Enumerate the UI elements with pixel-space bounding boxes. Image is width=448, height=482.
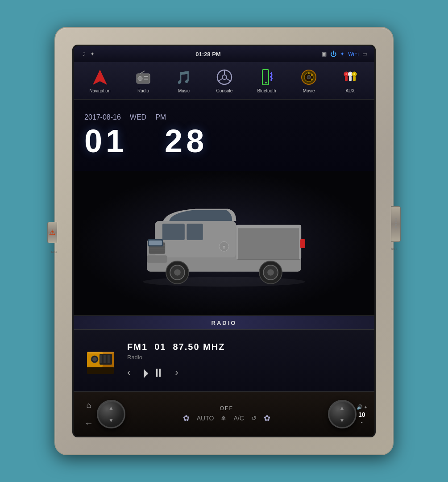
svg-point-20: [345, 73, 347, 75]
movie-label: Movie: [303, 88, 315, 93]
car-image-section: T: [74, 171, 374, 316]
defrost-icon: ❄: [221, 415, 226, 422]
music-note-icon: 🎵: [176, 70, 191, 85]
prev-button[interactable]: ‹: [127, 367, 130, 378]
radio-header: RADIO: [74, 316, 374, 330]
svg-rect-4: [144, 79, 148, 80]
movie-disc-icon: [300, 69, 317, 86]
nav-app-item[interactable]: Navigation: [86, 66, 114, 95]
svg-point-57: [92, 357, 97, 362]
clock-hour: 01: [84, 123, 127, 159]
vol-down: -: [361, 419, 363, 424]
radio-app-item[interactable]: Radio: [131, 66, 155, 95]
brightness-icon: ✦: [90, 51, 95, 57]
status-time: 01:28 PM: [195, 51, 220, 58]
status-left-icons: ☽ ✦: [81, 51, 95, 57]
date-line: 2017-08-16 WED PM: [84, 113, 364, 121]
console-app-item[interactable]: Console: [212, 66, 236, 95]
climate-icons-row: ✿ AUTO ❄ A/C ↺ ✿: [183, 413, 270, 423]
recirc-icon: ↺: [251, 415, 257, 422]
navigation-icon: [92, 69, 108, 86]
right-knob[interactable]: [328, 400, 357, 428]
radio-label: Radio: [137, 88, 149, 93]
car-visual: T: [74, 171, 374, 316]
svg-rect-43: [300, 239, 305, 248]
music-icon-area: 🎵: [176, 68, 191, 87]
svg-point-2: [138, 76, 142, 81]
music-label: Music: [178, 88, 190, 93]
moon-icon: ☽: [81, 51, 86, 57]
aux-app-item[interactable]: AUX: [338, 66, 362, 95]
volume-control: 🔊 + 10 -: [357, 404, 367, 424]
radio-info: FM1 01 87.50 MHZ Radio ‹ ⏵⏸ ›: [127, 342, 365, 380]
home-button[interactable]: ⌂: [81, 397, 97, 413]
hazard-icon: ⚠: [49, 228, 55, 237]
radio-title: RADIO: [212, 320, 237, 326]
auto-label: AUTO: [197, 415, 214, 422]
back-button[interactable]: ←: [81, 415, 97, 431]
svg-point-16: [311, 74, 313, 76]
bluetooth-app-item[interactable]: Bluetooth: [253, 66, 279, 95]
clock-date: 2017-08-16: [84, 113, 121, 121]
radio-cube-icon: [83, 343, 118, 378]
aux-icon-area: [342, 68, 359, 87]
svg-point-11: [265, 82, 267, 83]
vol-up: 🔊 +: [357, 404, 367, 410]
svg-point-14: [307, 75, 311, 79]
volume-number: 10: [358, 411, 365, 418]
truck-image: T: [121, 199, 327, 288]
svg-point-7: [222, 75, 227, 79]
vol-speaker-icon: 🔊: [357, 404, 363, 410]
bottom-controls: ⌂ ← OFF ✿ AUTO ❄ A/C ↺ ✿: [74, 391, 374, 436]
svg-text:T: T: [223, 245, 225, 249]
svg-rect-25: [353, 76, 356, 81]
svg-point-15: [308, 72, 310, 74]
svg-point-17: [311, 79, 313, 80]
svg-point-49: [267, 269, 274, 276]
radio-frequency: FM1 01 87.50 MHZ: [127, 342, 365, 352]
fan-right-icon[interactable]: ✿: [264, 413, 270, 423]
bluetooth-label: Bluetooth: [257, 88, 276, 93]
battery-icon: ▭: [362, 51, 367, 57]
console-label: Console: [216, 88, 233, 93]
nav-icon-area: [92, 68, 108, 87]
clock-section: 2017-08-16 WED PM 01 28: [74, 100, 374, 171]
clock-period: PM: [155, 113, 166, 121]
clock-minute: 28: [165, 123, 207, 159]
svg-rect-19: [345, 76, 348, 81]
movie-icon-area: [300, 68, 317, 87]
climate-controls: OFF ✿ AUTO ❄ A/C ↺ ✿: [125, 405, 328, 423]
ac-label: A/C: [233, 415, 244, 422]
wifi-icon: WiFi: [348, 51, 359, 57]
svg-rect-32: [236, 225, 301, 259]
svg-line-9: [218, 79, 223, 81]
svg-point-23: [349, 73, 351, 75]
svg-point-26: [353, 73, 355, 75]
rst-label: RST: [389, 247, 399, 250]
hazard-button[interactable]: ⚠: [47, 222, 57, 243]
clock-time: 01 28: [84, 125, 364, 157]
app-menu: Navigation Radio 🎵: [74, 62, 374, 100]
next-button[interactable]: ›: [175, 367, 178, 378]
radio-station-name: Radio: [127, 354, 365, 361]
movie-app-item[interactable]: Movie: [297, 66, 321, 95]
music-app-item[interactable]: 🎵 Music: [172, 66, 195, 95]
svg-rect-3: [144, 76, 148, 77]
bluetooth-icon-area: [259, 68, 275, 87]
device-shell: ⚠ MIC CTRL RST ☽ ✦ 01:28 PM ▣ ⏻ ✦ WiFi ▭: [54, 27, 394, 455]
left-knob[interactable]: [97, 400, 125, 428]
bluetooth-icon: ✦: [340, 51, 344, 57]
svg-rect-22: [349, 76, 352, 81]
fan-left-icon[interactable]: ✿: [183, 413, 190, 423]
svg-rect-30: [162, 224, 185, 240]
climate-off-status: OFF: [220, 405, 233, 411]
radio-content: FM1 01 87.50 MHZ Radio ‹ ⏵⏸ ›: [74, 330, 374, 391]
svg-point-46: [174, 269, 181, 276]
clock-day: WED: [130, 113, 146, 121]
radio-controls: ‹ ⏵⏸ ›: [127, 366, 365, 380]
status-bar: ☽ ✦ 01:28 PM ▣ ⏻ ✦ WiFi ▭: [74, 46, 374, 62]
right-side-controls: CTRL: [391, 206, 401, 242]
main-screen: ☽ ✦ 01:28 PM ▣ ⏻ ✦ WiFi ▭ Nav: [72, 45, 376, 437]
svg-rect-34: [236, 225, 238, 259]
play-pause-button[interactable]: ⏵⏸: [141, 366, 164, 380]
